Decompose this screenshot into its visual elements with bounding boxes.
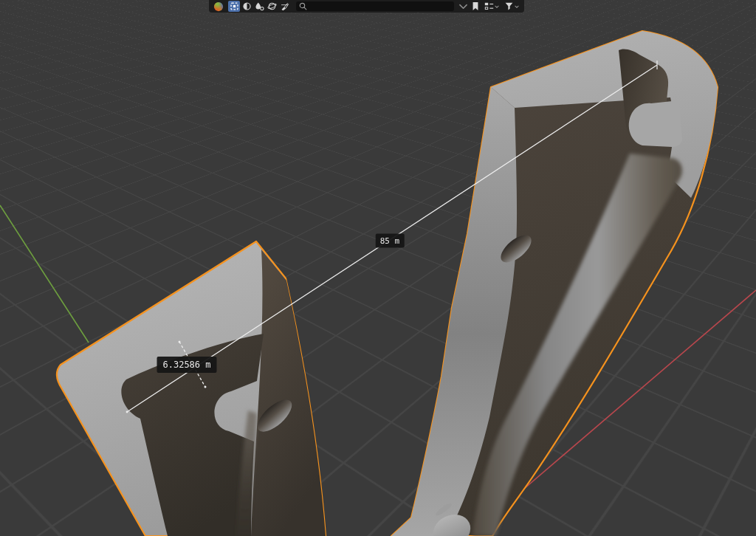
blender-window: 85 m 6.32586 m <box>0 0 756 536</box>
select-box-tool-icon[interactable] <box>228 1 240 12</box>
brush-icon[interactable] <box>278 1 290 12</box>
search-field[interactable] <box>296 1 454 11</box>
measure-label-short: 6.32586 m <box>157 357 216 373</box>
right-beam-hook-tab <box>629 100 682 147</box>
display-mode-chevron-icon <box>494 4 500 10</box>
header-right-controls <box>458 1 521 12</box>
search-input[interactable] <box>307 2 451 10</box>
editor-type-ball-icon[interactable] <box>213 1 224 12</box>
right-channel-beam[interactable] <box>391 31 718 536</box>
annotate-droplet-icon[interactable] <box>253 1 265 12</box>
display-mode-icon[interactable] <box>483 1 501 12</box>
search-icon <box>299 2 307 10</box>
orbit-globe-icon[interactable] <box>266 1 278 12</box>
tool-toggle-group <box>228 1 290 12</box>
filter-funnel-icon[interactable] <box>502 1 521 12</box>
chevron-down-icon[interactable] <box>458 2 468 10</box>
material-ball-glyph <box>213 1 224 12</box>
filter-chevron-icon <box>514 4 520 10</box>
scene-layer <box>0 0 756 536</box>
left-channel-beam[interactable] <box>57 241 326 536</box>
y-axis-line <box>0 205 89 343</box>
3d-viewport[interactable]: 85 m 6.32586 m <box>0 0 756 536</box>
measure-label-long: 85 m <box>376 234 405 248</box>
proportional-falloff-icon[interactable] <box>241 1 252 12</box>
bookmark-icon[interactable] <box>470 1 481 12</box>
editor-header <box>209 0 524 13</box>
